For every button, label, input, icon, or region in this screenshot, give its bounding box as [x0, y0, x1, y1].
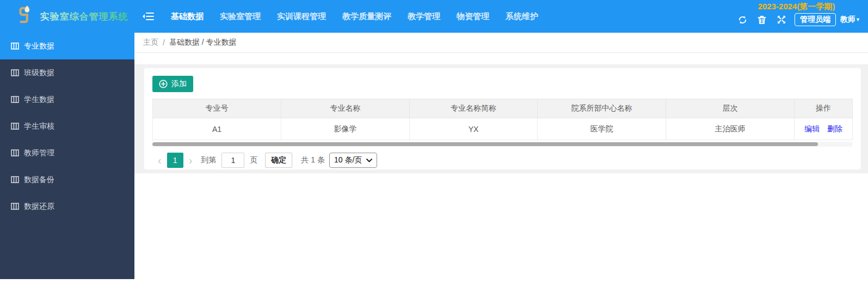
sidebar-item-label: 教师管理 [24, 148, 54, 158]
sidebar-item-label: 专业数据 [24, 41, 54, 51]
app-logo-icon [16, 5, 34, 28]
logo-block: 实验室综合管理系统 [0, 0, 134, 33]
breadcrumb-current: 基础数据 / 专业数据 [169, 38, 237, 47]
sidebar-item-major-data[interactable]: 专业数据 [0, 33, 134, 59]
sidebar-item-student-data[interactable]: 学生数据 [0, 86, 134, 113]
nav-item-teaching-mgmt[interactable]: 教学管理 [399, 0, 448, 33]
main-content: 主页 / 基础数据 / 专业数据 添加 专业号 专业名称 专业名称简称 院系所部… [134, 33, 868, 284]
table-columns-icon [11, 96, 19, 103]
sidebar-item-teacher-mgmt[interactable]: 教师管理 [0, 140, 134, 166]
page-size-select[interactable]: 10 条/页 [329, 153, 377, 168]
chevron-down-icon [366, 159, 372, 162]
sidebar-collapse-icon[interactable] [141, 9, 155, 23]
column-header-department: 院系所部中心名称 [538, 99, 666, 118]
app-title: 实验室综合管理系统 [40, 10, 128, 23]
add-button-label: 添加 [171, 79, 187, 89]
nav-item-basic-data[interactable]: 基础数据 [163, 0, 212, 33]
chevron-down-icon: ▼ [855, 17, 860, 22]
horizontal-scrollbar [152, 142, 853, 147]
total-count-label: 共 1 条 [301, 155, 325, 165]
breadcrumb-home-link[interactable]: 主页 [143, 38, 158, 47]
sidebar-item-label: 数据还原 [24, 202, 54, 212]
nav-item-lab-mgmt[interactable]: 实验室管理 [212, 0, 269, 33]
breadcrumb-separator: / [163, 38, 165, 47]
column-header-major-name: 专业名称 [281, 99, 409, 118]
cell-level: 主治医师 [666, 118, 795, 140]
column-header-level: 层次 [666, 99, 795, 118]
page-unit-label: 页 [250, 155, 257, 165]
cell-major-no: A1 [153, 118, 281, 140]
page-number-input[interactable] [221, 153, 244, 168]
sidebar-item-label: 学生数据 [24, 95, 54, 105]
sidebar-item-label: 学生审核 [24, 122, 54, 131]
current-page-button[interactable]: 1 [167, 153, 183, 168]
sidebar-item-student-review[interactable]: 学生审核 [0, 113, 134, 140]
user-tools: 管理员端 教师▼ [732, 13, 860, 26]
column-header-abbr: 专业名称简称 [409, 99, 537, 118]
semester-label: 2023-2024(第一学期) [758, 2, 835, 11]
table-columns-icon [11, 176, 19, 183]
cell-actions: 编辑 删除 [795, 118, 853, 140]
nav-item-material-mgmt[interactable]: 物资管理 [448, 0, 497, 33]
table-columns-icon [11, 69, 19, 76]
add-button[interactable]: 添加 [152, 76, 193, 92]
plus-circle-icon [159, 80, 168, 88]
sidebar-item-label: 班级数据 [24, 68, 54, 78]
sidebar-item-class-data[interactable]: 班级数据 [0, 59, 134, 86]
sidebar-item-label: 数据备份 [24, 175, 54, 185]
table-columns-icon [11, 203, 19, 210]
nav-item-training-course[interactable]: 实训课程管理 [269, 0, 334, 33]
admin-console-button[interactable]: 管理员端 [795, 13, 836, 26]
pagination: ‹ 1 › 到第 页 确定 共 1 条 10 条/页 [152, 153, 853, 168]
edit-link[interactable]: 编辑 [804, 124, 820, 133]
header-right: 2023-2024(第一学期) [732, 0, 868, 33]
confirm-button[interactable]: 确定 [265, 153, 292, 168]
nav-item-system-maint[interactable]: 系统维护 [497, 0, 546, 33]
data-card: 添加 专业号 专业名称 专业名称简称 院系所部中心名称 层次 操作 A1 [144, 68, 861, 170]
cell-abbr: YX [409, 118, 537, 140]
sidebar-item-data-backup[interactable]: 数据备份 [0, 166, 134, 193]
sidebar-item-data-restore[interactable]: 数据还原 [0, 193, 134, 220]
trash-icon[interactable] [756, 14, 768, 26]
goto-label: 到第 [201, 155, 216, 165]
role-label: 教师 [840, 15, 855, 23]
refresh-icon[interactable] [736, 14, 748, 26]
prev-page-icon[interactable]: ‹ [152, 153, 167, 168]
top-nav: 基础数据 实验室管理 实训课程管理 教学质量测评 教学管理 物资管理 系统维护 [134, 0, 546, 33]
majors-table: 专业号 专业名称 专业名称简称 院系所部中心名称 层次 操作 A1 影像学 YX… [152, 99, 853, 140]
column-header-major-no: 专业号 [153, 99, 281, 118]
page-size-value: 10 条/页 [334, 155, 362, 165]
table-header-row: 专业号 专业名称 专业名称简称 院系所部中心名称 层次 操作 [153, 99, 853, 118]
breadcrumb: 主页 / 基础数据 / 专业数据 [134, 33, 868, 53]
top-header: 实验室综合管理系统 基础数据 实验室管理 实训课程管理 教学质量测评 教学管理 … [0, 0, 868, 33]
table-columns-icon [11, 123, 19, 130]
delete-link[interactable]: 删除 [827, 124, 842, 133]
content-panel: 添加 专业号 专业名称 专业名称简称 院系所部中心名称 层次 操作 A1 [134, 64, 868, 173]
cell-department: 医学院 [538, 118, 666, 140]
table-columns-icon [11, 43, 19, 50]
role-dropdown[interactable]: 教师▼ [840, 15, 860, 25]
sidebar: 专业数据 班级数据 学生数据 学生审核 教师管理 数据备份 数据还原 [0, 33, 134, 279]
column-header-actions: 操作 [795, 99, 853, 118]
next-page-icon[interactable]: › [183, 153, 198, 168]
nav-item-quality-eval[interactable]: 教学质量测评 [334, 0, 399, 33]
cell-major-name: 影像学 [281, 118, 409, 140]
scrollbar-thumb[interactable] [152, 142, 818, 146]
table-columns-icon [11, 149, 19, 156]
fullscreen-icon[interactable] [775, 14, 787, 26]
table-row: A1 影像学 YX 医学院 主治医师 编辑 删除 [153, 118, 853, 140]
